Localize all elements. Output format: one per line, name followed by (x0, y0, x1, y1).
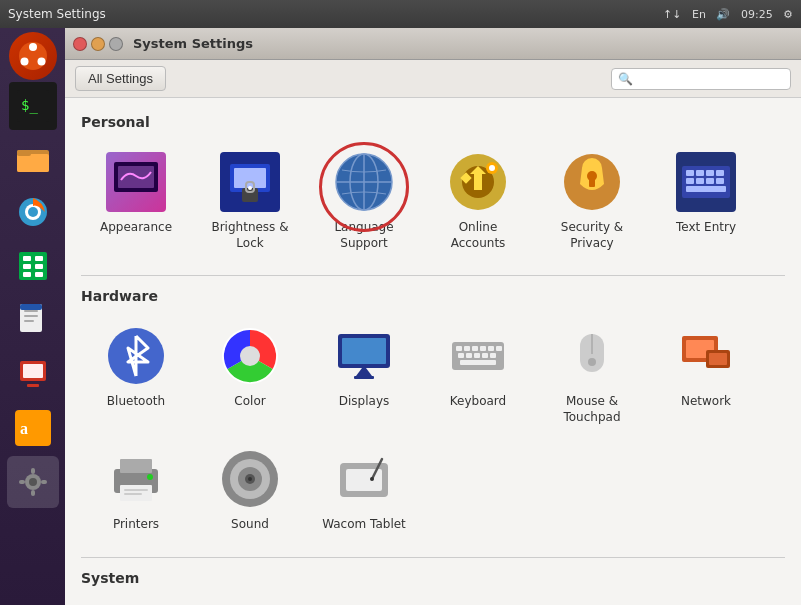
search-icon: 🔍 (618, 72, 633, 86)
window-maximize-button[interactable] (109, 37, 123, 51)
search-box: 🔍 (611, 68, 791, 90)
svg-rect-23 (20, 304, 42, 310)
appearance-label: Appearance (100, 220, 172, 236)
svg-rect-15 (23, 264, 31, 269)
svg-rect-78 (488, 346, 494, 351)
svg-rect-65 (716, 178, 724, 184)
svg-point-43 (248, 186, 252, 190)
svg-rect-31 (31, 468, 35, 474)
taskbar: $_ a (0, 28, 65, 605)
svg-rect-82 (474, 353, 480, 358)
svg-rect-22 (24, 320, 34, 322)
svg-rect-83 (482, 353, 488, 358)
settings-item-displays[interactable]: Displays (309, 314, 419, 433)
svg-point-2 (37, 58, 45, 66)
panel-title: System Settings (8, 7, 106, 21)
svg-text:$_: $_ (21, 97, 38, 114)
settings-item-network[interactable]: Network (651, 314, 761, 433)
brightness-lock-label: Brightness & Lock (201, 220, 299, 251)
hardware-grid: Bluetooth Color Displays (81, 314, 785, 541)
svg-rect-75 (464, 346, 470, 351)
settings-item-appearance[interactable]: Appearance (81, 140, 191, 259)
window-titlebar: System Settings (65, 28, 801, 60)
displays-icon (332, 324, 396, 388)
keyboard-label: Keyboard (450, 394, 506, 410)
settings-item-printers[interactable]: Printers (81, 437, 191, 541)
svg-point-103 (248, 477, 252, 481)
color-icon (218, 324, 282, 388)
svg-rect-13 (23, 256, 31, 261)
network-label: Network (681, 394, 731, 410)
printers-label: Printers (113, 517, 159, 533)
window-close-button[interactable] (73, 37, 87, 51)
all-settings-button[interactable]: All Settings (75, 66, 166, 91)
svg-rect-26 (27, 384, 39, 387)
svg-rect-96 (124, 489, 148, 491)
divider-hardware (81, 275, 785, 276)
personal-grid: Appearance Brightness & Lock LanguageSup… (81, 140, 785, 259)
svg-rect-55 (589, 179, 595, 187)
settings-item-sound[interactable]: Sound (195, 437, 305, 541)
settings-item-details[interactable]: i Details (195, 596, 305, 605)
svg-rect-40 (234, 168, 266, 188)
settings-item-wacom-tablet[interactable]: Wacom Tablet (309, 437, 419, 541)
taskbar-amazon[interactable]: a (7, 402, 59, 454)
settings-item-color[interactable]: Color (195, 314, 305, 433)
settings-item-universal-access[interactable]: UniversalAccess (537, 596, 647, 605)
svg-rect-58 (686, 170, 694, 176)
svg-rect-92 (709, 353, 727, 365)
mouse-touchpad-label: Mouse &Touchpad (563, 394, 620, 425)
taskbar-files[interactable] (7, 132, 59, 184)
main-window: System Settings All Settings 🔍 Personal … (65, 28, 801, 605)
settings-item-user-accounts[interactable]: UserAccounts (651, 596, 761, 605)
svg-rect-16 (35, 264, 43, 269)
settings-item-language-support[interactable]: LanguageSupport (309, 140, 419, 259)
svg-rect-72 (354, 376, 374, 379)
settings-item-software-updates[interactable]: Software &Updates (309, 596, 419, 605)
language-support-label: LanguageSupport (334, 220, 393, 251)
settings-item-time-date[interactable]: Time & Date (423, 596, 533, 605)
taskbar-firefox[interactable] (7, 186, 59, 238)
printers-icon (104, 447, 168, 511)
window-minimize-button[interactable] (91, 37, 105, 51)
svg-rect-97 (124, 493, 142, 495)
svg-rect-25 (23, 364, 43, 378)
security-privacy-icon (560, 150, 624, 214)
taskbar-calc[interactable] (7, 240, 59, 292)
security-privacy-label: Security &Privacy (561, 220, 623, 251)
svg-rect-20 (24, 310, 38, 312)
svg-point-69 (240, 346, 260, 366)
svg-text:a: a (20, 420, 28, 437)
bluetooth-label: Bluetooth (107, 394, 165, 410)
settings-item-brightness-lock[interactable]: Brightness & Lock (195, 140, 305, 259)
settings-item-text-entry[interactable]: Text Entry (651, 140, 761, 259)
settings-item-mouse-touchpad[interactable]: Mouse &Touchpad (537, 314, 647, 433)
settings-item-backups[interactable]: Backups (81, 596, 191, 605)
ubuntu-panel: System Settings ↑↓ En 🔊 09:25 ⚙ (0, 0, 801, 28)
svg-rect-17 (23, 272, 31, 277)
svg-rect-32 (31, 490, 35, 496)
svg-rect-64 (706, 178, 714, 184)
svg-rect-66 (686, 186, 726, 192)
settings-item-online-accounts[interactable]: OnlineAccounts (423, 140, 533, 259)
system-grid: Backups i Details Software &Updates (81, 596, 785, 605)
taskbar-ubuntu-logo[interactable] (9, 32, 57, 80)
section-title-hardware: Hardware (81, 288, 785, 304)
svg-rect-71 (342, 338, 386, 364)
settings-item-security-privacy[interactable]: Security &Privacy (537, 140, 647, 259)
taskbar-impress[interactable] (7, 348, 59, 400)
settings-item-keyboard[interactable]: Keyboard (423, 314, 533, 433)
brightness-lock-icon (218, 150, 282, 214)
toolbar: All Settings 🔍 (65, 60, 801, 98)
settings-item-bluetooth[interactable]: Bluetooth (81, 314, 191, 433)
svg-rect-14 (35, 256, 43, 261)
taskbar-writer[interactable] (7, 294, 59, 346)
taskbar-system-settings[interactable] (7, 456, 59, 508)
svg-rect-7 (17, 154, 49, 172)
svg-rect-8 (17, 150, 31, 156)
text-entry-label: Text Entry (676, 220, 736, 236)
taskbar-terminal[interactable]: $_ (9, 82, 57, 130)
svg-rect-62 (686, 178, 694, 184)
divider-system (81, 557, 785, 558)
search-input[interactable] (637, 72, 784, 86)
